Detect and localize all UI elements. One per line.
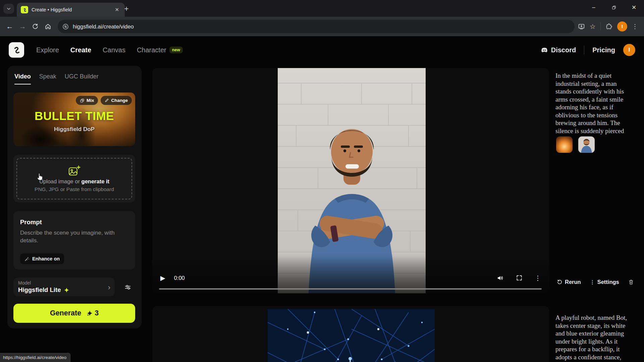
logo-squiggle-icon xyxy=(11,45,21,55)
higgsfield-favicon xyxy=(21,6,28,13)
browser-profile-avatar[interactable]: I xyxy=(617,21,627,32)
play-button[interactable]: ▶ xyxy=(160,274,165,282)
tab-search-button[interactable] xyxy=(3,4,14,14)
mix-label: Mix xyxy=(87,98,94,103)
site-header: Explore Create Canvas Character new Disc… xyxy=(0,36,644,64)
change-label: Change xyxy=(111,98,128,103)
nav-explore[interactable]: Explore xyxy=(36,46,59,54)
nav-canvas[interactable]: Canvas xyxy=(103,46,125,54)
reference-thumbnail-fire[interactable] xyxy=(556,136,573,153)
model-selector[interactable]: Model Higgsfield Lite › xyxy=(13,278,115,296)
trash-icon xyxy=(628,279,634,285)
image-plus-icon xyxy=(68,165,81,177)
mix-icon xyxy=(80,98,85,103)
reload-button[interactable] xyxy=(29,20,42,33)
prompt-label: Prompt xyxy=(20,219,128,226)
result-prompt-text-2: A playful robot, named Bot, takes center… xyxy=(555,314,631,362)
result-actions: Rerun ⋮ Settings xyxy=(557,279,634,285)
video-progress-bar[interactable] xyxy=(159,288,542,290)
prompt-input[interactable]: Prompt Describe the scene you imagine, w… xyxy=(13,211,135,269)
preset-card-bullet-time[interactable]: Mix Change BULLET TIME Higgsfield DoP xyxy=(13,93,135,146)
mix-button[interactable]: Mix xyxy=(76,96,98,105)
nav-character-label: Character xyxy=(137,46,166,54)
discord-label: Discord xyxy=(551,46,576,54)
video-more-options-icon[interactable]: ⋮ xyxy=(535,274,541,282)
extensions-puzzle-icon[interactable] xyxy=(605,23,612,30)
create-sidebar: Video Speak UGC Builder Mix Change BULLE… xyxy=(7,66,142,328)
reference-thumbnail-man[interactable] xyxy=(578,136,595,153)
discord-link[interactable]: Discord xyxy=(541,46,576,54)
video-result-card-2[interactable] xyxy=(152,306,549,362)
fullscreen-button[interactable] xyxy=(516,275,523,281)
back-button[interactable]: ← xyxy=(3,20,16,33)
home-button[interactable] xyxy=(42,20,54,33)
window-restore-button[interactable] xyxy=(604,0,624,15)
video-result-card[interactable]: ▶ 0:00 ⋮ xyxy=(152,68,549,293)
upload-generate-link[interactable]: generate it xyxy=(82,178,109,184)
address-bar[interactable]: higgsfield.ai/create/video xyxy=(58,20,575,33)
chevron-right-icon: › xyxy=(108,283,110,292)
bookmark-star-icon[interactable]: ☆ xyxy=(590,22,596,31)
sparkle-icon xyxy=(87,310,93,316)
window-minimize-button[interactable]: – xyxy=(584,0,604,15)
forward-button[interactable]: → xyxy=(16,20,29,33)
generate-credits: 3 xyxy=(95,309,99,317)
change-button[interactable]: Change xyxy=(101,96,132,105)
video-controls: ▶ 0:00 ⋮ xyxy=(152,271,549,285)
new-tab-button[interactable]: + xyxy=(121,4,131,14)
rerun-button[interactable]: Rerun xyxy=(557,279,581,285)
tab-speak[interactable]: Speak xyxy=(39,73,56,84)
tab-close-icon[interactable]: ✕ xyxy=(113,6,121,13)
url-text[interactable]: higgsfield.ai/create/video xyxy=(73,23,134,30)
window-controls: – ✕ xyxy=(584,0,644,15)
window-close-button[interactable]: ✕ xyxy=(624,0,644,15)
upload-inner: Upload image or generate it PNG, JPG or … xyxy=(16,158,132,199)
install-app-icon[interactable] xyxy=(578,23,585,30)
video-control-icons: ⋮ xyxy=(497,274,541,282)
main-nav: Explore Create Canvas Character new xyxy=(36,46,183,54)
nav-create[interactable]: Create xyxy=(70,46,91,54)
man-thumbnail-image xyxy=(578,136,595,153)
speaker-icon xyxy=(497,275,504,282)
result-prompt-text: In the midst of a quiet industrial setti… xyxy=(555,72,631,135)
sidebar-tabs: Video Speak UGC Builder xyxy=(14,73,99,84)
home-icon xyxy=(45,23,51,30)
site-settings-icon[interactable] xyxy=(62,23,69,30)
toolbar-right: ☆ I ⋮ xyxy=(578,21,641,32)
rerun-label: Rerun xyxy=(565,279,581,285)
tab-ugc-builder[interactable]: UGC Builder xyxy=(65,73,99,84)
header-divider xyxy=(584,46,584,54)
preset-subtitle: Higgsfield DoP xyxy=(13,126,135,133)
user-avatar[interactable]: I xyxy=(623,44,635,56)
browser-tab[interactable]: Create • Higgsfield ✕ xyxy=(17,3,125,17)
browser-menu-icon[interactable]: ⋮ xyxy=(632,23,638,30)
browser-tab-strip: Create • Higgsfield ✕ + – ✕ xyxy=(0,0,644,17)
model-label: Model xyxy=(18,280,110,286)
upload-action-prefix: Upload image or xyxy=(39,178,82,184)
robot-video-image xyxy=(268,309,435,362)
settings-button[interactable]: ⋮ Settings xyxy=(590,279,619,285)
generation-settings-button[interactable] xyxy=(121,280,135,294)
sliders-icon xyxy=(124,284,131,291)
pricing-link[interactable]: Pricing xyxy=(592,46,615,54)
settings-kebab-icon: ⋮ xyxy=(590,279,595,285)
prompt-placeholder: Describe the scene you imagine, with det… xyxy=(20,229,119,245)
preset-title: BULLET TIME xyxy=(13,109,135,123)
tab-title: Create • Higgsfield xyxy=(32,7,110,12)
delete-button[interactable] xyxy=(628,279,634,285)
robot-video-frame[interactable] xyxy=(268,309,435,362)
toolbar-divider xyxy=(600,22,601,31)
sparkle-icon xyxy=(64,287,69,293)
upload-image-dropzone[interactable]: Upload image or generate it PNG, JPG or … xyxy=(13,155,135,202)
model-value: Higgsfield Lite xyxy=(18,286,61,294)
volume-button[interactable] xyxy=(497,275,504,282)
enhance-toggle[interactable]: Enhance on xyxy=(20,253,64,264)
tab-video[interactable]: Video xyxy=(14,73,31,84)
header-right: Discord Pricing I xyxy=(541,44,635,56)
nav-character[interactable]: Character new xyxy=(137,46,183,54)
generate-button[interactable]: Generate 3 xyxy=(13,304,135,323)
higgsfield-logo[interactable] xyxy=(9,42,24,58)
screen: { "browser": { "tab_title": "Create • Hi… xyxy=(0,0,644,362)
model-row: Higgsfield Lite xyxy=(18,286,110,294)
higgsfield-page: Explore Create Canvas Character new Disc… xyxy=(0,36,644,362)
